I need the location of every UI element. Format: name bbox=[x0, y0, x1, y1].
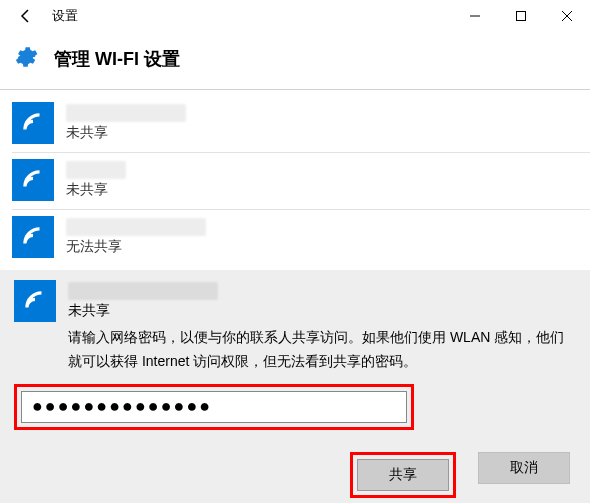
network-list: 未共享 未共享 无法共享 bbox=[0, 96, 590, 266]
wifi-item[interactable]: 未共享 bbox=[0, 96, 590, 152]
wifi-ssid-redacted bbox=[66, 218, 206, 236]
page-title: 管理 WI-FI 设置 bbox=[54, 47, 180, 71]
minimize-button[interactable] bbox=[452, 0, 498, 32]
wifi-item[interactable]: 未共享 bbox=[0, 153, 590, 209]
password-input[interactable] bbox=[21, 391, 407, 423]
wifi-ssid-redacted bbox=[66, 104, 186, 122]
wifi-icon bbox=[12, 102, 54, 144]
selected-network-panel: 未共享 请输入网络密码，以便与你的联系人共享访问。如果他们使用 WLAN 感知，… bbox=[0, 270, 590, 503]
close-button[interactable] bbox=[544, 0, 590, 32]
selected-status: 未共享 bbox=[68, 302, 576, 320]
wifi-ssid-redacted bbox=[66, 161, 126, 179]
wifi-icon bbox=[14, 280, 56, 322]
maximize-icon bbox=[516, 11, 526, 21]
button-row: 共享 取消 bbox=[14, 452, 576, 498]
wifi-status: 未共享 bbox=[66, 181, 578, 199]
share-highlight-box: 共享 bbox=[350, 452, 456, 498]
page-header: 管理 WI-FI 设置 bbox=[0, 32, 590, 89]
svg-rect-1 bbox=[517, 12, 526, 21]
window-title: 设置 bbox=[44, 7, 78, 25]
wifi-status: 未共享 bbox=[66, 124, 578, 142]
wifi-icon bbox=[12, 216, 54, 258]
wifi-ssid-redacted bbox=[68, 282, 218, 300]
divider bbox=[0, 89, 590, 90]
close-icon bbox=[562, 11, 572, 21]
window-controls bbox=[452, 0, 590, 32]
cancel-button[interactable]: 取消 bbox=[478, 452, 570, 484]
wifi-item[interactable]: 无法共享 bbox=[0, 210, 590, 266]
gear-icon bbox=[12, 44, 38, 73]
titlebar: 设置 bbox=[0, 0, 590, 32]
share-button[interactable]: 共享 bbox=[357, 459, 449, 491]
arrow-left-icon bbox=[18, 8, 34, 24]
wifi-icon bbox=[12, 159, 54, 201]
wifi-status: 无法共享 bbox=[66, 238, 578, 256]
password-highlight-box bbox=[14, 384, 414, 430]
minimize-icon bbox=[470, 11, 480, 21]
maximize-button[interactable] bbox=[498, 0, 544, 32]
share-description: 请输入网络密码，以便与你的联系人共享访问。如果他们使用 WLAN 感知，他们就可… bbox=[68, 326, 576, 374]
back-button[interactable] bbox=[8, 0, 44, 32]
